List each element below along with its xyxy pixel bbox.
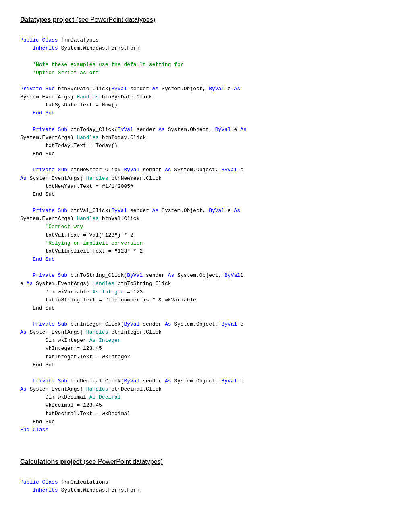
kw-private-sub-2: Private Sub (20, 127, 67, 133)
section-calculations-title: Calculations project (see PowerPoint dat… (20, 458, 391, 466)
text-sender-6: sender (139, 321, 164, 327)
kw-byval-3: ByVal (118, 127, 133, 133)
kw-as-8: As (234, 208, 241, 214)
text-object-3: System.Object, (171, 167, 222, 173)
text-sender-1: sender (127, 86, 152, 92)
kw-endsub-1: End Sub (20, 110, 55, 116)
text-sender-2: sender (133, 127, 158, 133)
text-handles-decimal: btnDecimal.Click (108, 386, 162, 392)
section-datatypes-title: Datatypes project (see PowerPoint dataty… (20, 16, 391, 23)
text-object-6: System.Object, (171, 321, 222, 327)
text-eventargs-6: System.EventArgs) (27, 329, 86, 335)
kw-private-sub-4: Private Sub (20, 208, 67, 214)
text-sender-4: sender (127, 208, 152, 214)
code-dim-wkinteger-1: Dim wkInteger (20, 337, 89, 343)
code-txttoday: txtToday.Text = Today() (20, 143, 118, 149)
text-e-1: e (224, 86, 234, 92)
kw-as-7: As (152, 208, 159, 214)
kw-endsub-4: End Sub (20, 256, 55, 262)
page-content: Datatypes project (see PowerPoint dataty… (20, 16, 391, 503)
kw-public-class-2: Public Class (20, 479, 58, 485)
text-e-2: e (231, 127, 240, 133)
kw-as-6: As (20, 175, 27, 181)
text-handles-btnval: btnVal.Click (99, 216, 139, 222)
kw-byval-5: ByVal (124, 167, 139, 173)
kw-private-sub-1: Private Sub (20, 86, 55, 92)
kw-handles-4: Handles (77, 216, 99, 222)
text-sender-5: sender (143, 272, 168, 278)
kw-asinteger-1: As Integer (92, 289, 124, 295)
kw-endsub-2: End Sub (20, 151, 55, 157)
text-sender-7: sender (139, 378, 164, 384)
comment-1: 'Note these examples use the default set… (20, 62, 184, 68)
kw-byval-12: ByVal (221, 321, 237, 327)
kw-private-sub-7: Private Sub (20, 378, 67, 384)
section-title-underlined-2: Calculations project (20, 458, 82, 465)
kw-handles-7: Handles (86, 386, 108, 392)
sub-decimal-sig: btnDecimal_Click( (67, 378, 124, 384)
section-title-underlined: Datatypes project (20, 16, 74, 23)
kw-byval-6: ByVal (221, 167, 237, 173)
sub-sysdateclick-sig: btnSysDate_Click( (55, 86, 111, 92)
kw-asinteger-2: As Integer (89, 337, 121, 343)
text-object-7: System.Object, (171, 378, 222, 384)
kw-byval-9: ByVal (127, 272, 143, 278)
section-calculations: Calculations project (see PowerPoint dat… (20, 458, 391, 503)
code-dim-wkvariable-1: Dim wkVariable (20, 289, 92, 295)
text-l: l (240, 272, 243, 278)
kw-endclass-1: End Class (20, 427, 48, 433)
kw-as-13: As (165, 378, 171, 384)
kw-handles-2: Handles (77, 135, 99, 141)
kw-byval-11: ByVal (124, 321, 139, 327)
text-eventargs-4: System.EventArgs) (20, 216, 77, 222)
kw-as-2: As (234, 86, 241, 92)
text-handles-today: btnToday.Click (99, 135, 146, 141)
kw-private-sub-5: Private Sub (20, 272, 67, 278)
comment-implicit: 'Relying on implicit conversion (20, 240, 143, 246)
text-eventargs-7: System.EventArgs) (27, 386, 86, 392)
kw-endsub-7: End Sub (20, 419, 55, 425)
kw-handles-6: Handles (86, 329, 108, 335)
kw-public: Public Class (20, 37, 58, 43)
code-block-calculations: Public Class frmCalculations Inherits Sy… (20, 470, 391, 503)
kw-endsub-6: End Sub (20, 362, 55, 368)
kw-byval-10: ByVal (224, 272, 240, 278)
text-e-6: e (237, 321, 243, 327)
code-txtinteger: txtInteger.Text = wkInteger (20, 354, 130, 360)
code-dim-wkdecimal-1: Dim wkDecimal (20, 394, 89, 400)
text-eventargs-1: System.EventArgs) (20, 94, 77, 100)
comment-correct-way: 'Correct way (20, 224, 83, 230)
kw-private-sub-6: Private Sub (20, 321, 67, 327)
kw-as-9: As (168, 272, 174, 278)
section-datatypes: Datatypes project (see PowerPoint dataty… (20, 16, 391, 442)
kw-handles-5: Handles (92, 281, 114, 287)
sub-newyear-sig: btnNewYear_Click( (67, 167, 124, 173)
inherits-value: System.Windows.Forms.Form (58, 45, 140, 51)
sub-btnval-sig: btnVal_Click( (67, 208, 111, 214)
section-datatypes-subtitle: (see PowerPoint datatypes) (74, 16, 155, 23)
text-e-5: e (20, 281, 27, 287)
text-object-2: System.Object, (165, 127, 215, 133)
class-name-datatypes: frmDataTypes (58, 37, 99, 43)
kw-byval-1: ByVal (111, 86, 127, 92)
kw-byval-8: ByVal (209, 208, 224, 214)
kw-as-4: As (240, 127, 247, 133)
kw-endsub-5: End Sub (20, 305, 55, 311)
kw-handles-3: Handles (86, 175, 108, 181)
text-handles-integer: btnInteger.Click (108, 329, 162, 335)
section-calculations-subtitle: (see PowerPoint datatypes) (82, 458, 163, 465)
sub-today-sig: btnToday_Click( (67, 127, 118, 133)
kw-byval-13: ByVal (124, 378, 139, 384)
kw-inherits: Inherits (20, 45, 58, 51)
code-txtvalimplicit: txtValImplicit.Text = "123" * 2 (20, 248, 143, 254)
class-name-calculations: frmCalculations (58, 479, 108, 485)
kw-as-10: As (27, 281, 33, 287)
kw-as-14: As (20, 386, 27, 392)
kw-byval-14: ByVal (221, 378, 237, 384)
code-wkinteger-assign: wkInteger = 123.45 (20, 345, 102, 351)
text-object-1: System.Object, (158, 86, 209, 92)
text-handles-tostring: btnToString.Click (114, 281, 171, 287)
code-txtnewyear: txtNewYear.Text = #1/1/2005# (20, 183, 133, 189)
sub-integer-sig: btnInteger_Click( (67, 321, 124, 327)
text-e-3: e (237, 167, 243, 173)
